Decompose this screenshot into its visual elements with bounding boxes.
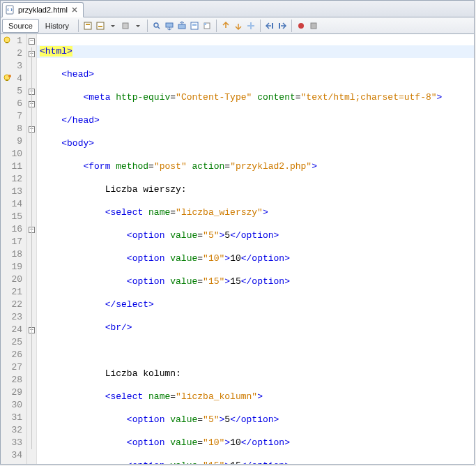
toolbar-separator <box>260 20 261 32</box>
toolbar-icon-2[interactable] <box>94 20 107 32</box>
source-view-button[interactable]: Source <box>2 19 39 33</box>
toolbar-separator <box>147 20 148 32</box>
svg-rect-18 <box>311 23 316 29</box>
toggle-highlight-icon[interactable] <box>188 20 201 32</box>
fold-toggle[interactable]: − <box>29 38 35 45</box>
svg-rect-15 <box>272 23 273 29</box>
stop-macro-icon[interactable] <box>307 20 320 32</box>
svg-point-19 <box>4 37 10 43</box>
editor-content: 1 2 3 4 5 6 7 8 9 10 11 12 13 14 15 16 1… <box>1 34 474 464</box>
toolbar-dropdown-icon[interactable] <box>107 20 119 32</box>
toolbar-icon-3[interactable] <box>119 20 132 32</box>
svg-rect-22 <box>6 80 8 81</box>
bulb-icon[interactable] <box>2 36 12 45</box>
svg-rect-4 <box>98 26 102 27</box>
file-tab[interactable]: przyklad2.html <box>2 2 84 17</box>
editor-frame: przyklad2.html Source History <box>0 0 475 465</box>
toggle-bookmark-icon[interactable] <box>201 20 213 32</box>
svg-rect-10 <box>192 24 197 26</box>
start-macro-icon[interactable] <box>295 20 307 32</box>
file-tab-label: przyklad2.html <box>18 6 68 14</box>
svg-rect-12 <box>204 23 206 25</box>
code-area[interactable]: <html> <head> <meta http-equiv="Content-… <box>37 34 474 464</box>
toolbar-separator <box>78 20 79 32</box>
toolbar-icon-1[interactable] <box>82 20 94 32</box>
svg-rect-16 <box>279 23 280 29</box>
next-bookmark-icon[interactable] <box>232 20 245 32</box>
html-file-icon <box>6 5 15 15</box>
history-view-button[interactable]: History <box>39 19 75 33</box>
svg-point-17 <box>298 23 304 29</box>
svg-rect-1 <box>84 22 91 29</box>
bulb-warn-icon[interactable] <box>2 73 12 83</box>
file-tab-bar: przyklad2.html <box>1 1 474 17</box>
fold-gutter: − − − − − − − <box>27 34 37 464</box>
line-number-gutter: 1 2 3 4 5 6 7 8 9 10 11 12 13 14 15 16 1… <box>1 34 27 464</box>
svg-rect-7 <box>166 23 173 27</box>
svg-rect-20 <box>6 42 8 43</box>
close-tab-icon[interactable] <box>70 6 79 14</box>
shift-right-icon[interactable] <box>276 20 289 32</box>
svg-rect-8 <box>178 24 185 29</box>
svg-rect-2 <box>86 24 90 25</box>
shift-left-icon[interactable] <box>263 20 276 32</box>
find-previous-icon[interactable] <box>151 20 163 32</box>
svg-rect-5 <box>123 23 128 29</box>
toolbar-dropdown-icon-2[interactable] <box>132 20 144 32</box>
toolbar-separator <box>291 20 292 32</box>
find-selection-next-icon[interactable] <box>176 20 188 32</box>
previous-bookmark-icon[interactable] <box>220 20 232 32</box>
editor-toolbar: Source History <box>1 17 474 34</box>
svg-point-23 <box>8 75 11 77</box>
find-selection-prev-icon[interactable] <box>163 20 176 32</box>
toggle-bookmark-2-icon[interactable] <box>245 20 257 32</box>
svg-rect-14 <box>247 25 254 27</box>
toolbar-separator <box>216 20 217 32</box>
